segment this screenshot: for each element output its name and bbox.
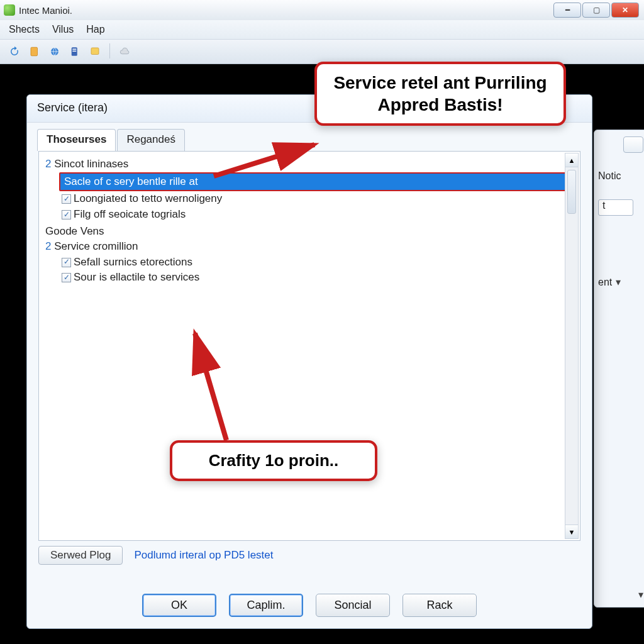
checkbox-icon[interactable]: ✓ [62, 258, 71, 267]
service-dialog: Service (itera) Thoseurses Regandeś 2 Si… [26, 94, 592, 629]
tab-thoseurses[interactable]: Thoseurses [37, 129, 116, 151]
dialog-footer-row: Serwed Plog Podlumd irteral op PD5 leste… [38, 546, 580, 565]
tree-item-4[interactable]: ✓ Sefall surnics etorections [53, 255, 575, 270]
tree-item-3-label: Filg off seoicate togrials [74, 207, 186, 223]
tree-item-2[interactable]: ✓ Loongiated to tetto wernoligeny [53, 191, 575, 207]
right-mini-button-label: t [599, 200, 605, 211]
menu-vilus[interactable]: Vilus [52, 24, 74, 35]
title-bar[interactable]: Intec Manioi. ━ ▢ ✕ [0, 0, 644, 20]
caplim-button[interactable]: Caplim. [229, 594, 303, 617]
window-controls: ━ ▢ ✕ [553, 3, 639, 18]
tree-group-1: 2 Sincot lininases [45, 157, 575, 172]
right-panel-toggle[interactable] [623, 136, 643, 153]
tree-group-1-label: Sincot lininases [54, 158, 128, 170]
svg-rect-5 [91, 48, 99, 55]
tree-view: 2 Sincot lininases Sacle of c sery bentl… [39, 152, 580, 291]
doc-icon[interactable] [67, 43, 83, 60]
tree-item-selected[interactable]: Sacle of c sery bentle rille at [59, 172, 575, 192]
menu-bar: Shects Vilus Hap [0, 20, 644, 39]
served-plog-button[interactable]: Serwed Plog [38, 546, 123, 565]
tree-group-3-num: 2 [45, 240, 51, 252]
rack-button[interactable]: Rack [402, 594, 477, 617]
tab-regandes[interactable]: Regandeś [117, 129, 185, 151]
soncial-button[interactable]: Soncial [316, 594, 390, 617]
checkbox-icon[interactable]: ✓ [62, 273, 71, 282]
checkbox-icon[interactable]: ✓ [62, 194, 71, 204]
svg-rect-3 [72, 49, 76, 50]
dialog-tabs: Thoseurses Regandeś [37, 129, 582, 151]
podlumd-link[interactable]: Podlumd irteral op PD5 lestet [134, 549, 273, 562]
tree-item-2-label: Loongiated to tetto wernoligeny [74, 191, 222, 207]
tree-item-5[interactable]: ✓ Sour is ellactile to services [53, 270, 575, 286]
scroll-up-icon[interactable]: ▲ [565, 153, 578, 167]
toolbar [0, 39, 644, 64]
svg-rect-4 [72, 51, 76, 52]
callout-top: Service retel ant Purriling Appred Basti… [314, 62, 566, 126]
cloud-icon[interactable] [116, 43, 133, 60]
tree-item-4-label: Sefall surnics etorections [74, 255, 192, 270]
tree-group-3: 2 Service cromillion [45, 239, 575, 255]
checkbox-icon[interactable]: ✓ [62, 210, 71, 219]
close-button[interactable]: ✕ [611, 3, 639, 18]
tree-group-3-label: Service cromillion [54, 240, 138, 252]
minimize-button[interactable]: ━ [553, 3, 581, 18]
maximize-button[interactable]: ▢ [582, 3, 610, 18]
tree-group-1-num: 2 [45, 158, 51, 170]
tree-item-selected-label: Sacle of c sery bentle rille at [64, 174, 198, 190]
app-icon [4, 4, 15, 16]
right-dropdown-ent[interactable]: ent [598, 276, 643, 288]
svg-rect-0 [31, 47, 38, 56]
ok-button[interactable]: OK [142, 594, 216, 617]
right-dropdown-bottom[interactable] [635, 589, 643, 601]
right-label-notic: Notic [598, 170, 643, 182]
globe-icon[interactable] [47, 43, 63, 60]
callout-bottom: Crafity 1o proin.. [170, 440, 377, 481]
page-icon[interactable] [26, 43, 43, 60]
tree-item-5-label: Sour is ellactile to services [74, 270, 199, 286]
tree-group-2: Goode Vens [45, 224, 575, 240]
right-mini-button[interactable]: t [598, 199, 633, 216]
dialog-buttons: OK Caplim. Soncial Rack [27, 594, 592, 617]
main-window: Intec Manioi. ━ ▢ ✕ Shects Vilus Hap [0, 0, 644, 65]
toolbar-separator [109, 43, 110, 58]
right-panel: Notic t ent [594, 130, 644, 608]
app-title: Intec Manioi. [19, 5, 72, 16]
right-dropdown-label: ent [598, 277, 612, 287]
tree-group-2-label: Goode Vens [45, 225, 104, 237]
tab-panel: 2 Sincot lininases Sacle of c sery bentl… [38, 151, 580, 541]
tree-item-3[interactable]: ✓ Filg off seoicate togrials [53, 207, 575, 223]
vertical-scrollbar[interactable]: ▲ ▼ [565, 153, 579, 539]
note-icon[interactable] [87, 43, 103, 60]
scroll-thumb[interactable] [567, 170, 576, 214]
scroll-down-icon[interactable]: ▼ [565, 525, 578, 538]
menu-shects[interactable]: Shects [9, 24, 40, 35]
menu-hap[interactable]: Hap [86, 24, 104, 35]
refresh-icon[interactable] [6, 43, 23, 60]
